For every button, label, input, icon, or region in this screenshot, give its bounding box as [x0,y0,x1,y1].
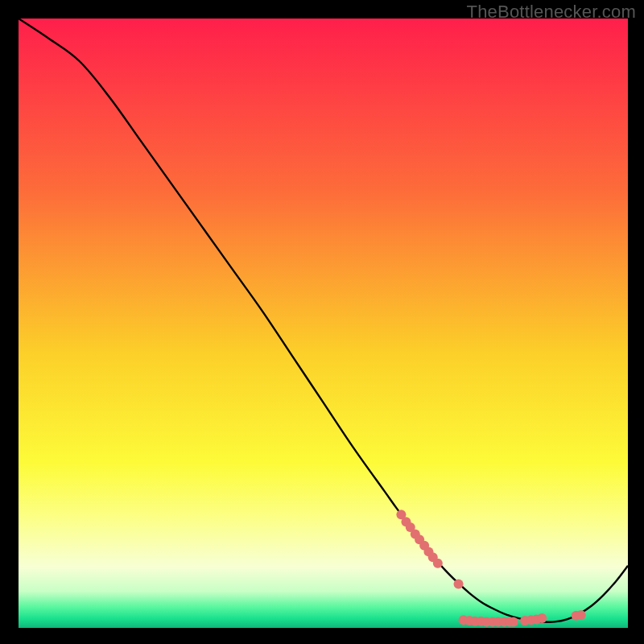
gradient-background [19,19,628,628]
watermark-text: TheBottlenecker.com [467,2,636,23]
chart-svg [19,19,628,628]
chart-plot-area [19,19,628,628]
data-marker [537,613,547,623]
data-marker [454,580,464,589]
chart-frame: TheBottlenecker.com [0,0,644,644]
data-marker [509,617,518,626]
data-marker [433,559,443,568]
data-marker [576,610,586,620]
